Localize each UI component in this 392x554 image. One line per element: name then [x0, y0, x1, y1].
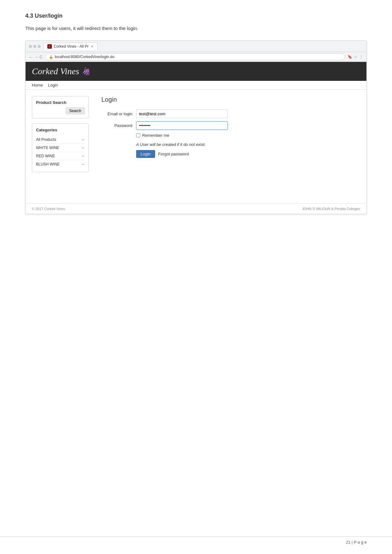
category-white-wine-name: WHITE WINE: [36, 146, 59, 150]
form-actions: Login Forgot password: [136, 150, 228, 158]
nav-home[interactable]: Home: [32, 83, 43, 87]
address-bar[interactable]: 🔒 localhost:8080/CorkedVine/login.do: [45, 53, 345, 60]
browser-tab[interactable]: C Corked Vines - All Pr ✕: [43, 43, 98, 50]
browser-chrome: C Corked Vines - All Pr ✕: [26, 41, 366, 52]
login-section: Login Email or login Password: [95, 96, 360, 197]
category-white-wine-arrow: →: [81, 145, 85, 150]
product-search-label: Product Search: [36, 100, 85, 105]
address-text: localhost:8080/CorkedVine/login.do: [55, 55, 114, 59]
reload-icon[interactable]: C: [39, 55, 42, 59]
category-white-wine[interactable]: WHITE WINE →: [36, 144, 85, 152]
site-sidebar: Product Search Search Categories All Pro…: [32, 96, 89, 197]
site-credits: JOHN S VAUGHN & Peralta Colleges: [302, 207, 360, 211]
lock-icon: 🔒: [49, 55, 53, 59]
site-logo: Corked Vines 🍇: [32, 66, 90, 76]
category-blush-wine-arrow: →: [81, 162, 85, 166]
nav-login[interactable]: Login: [48, 83, 58, 87]
browser-tab-title: Corked Vines - All Pr: [54, 44, 89, 49]
menu-icon[interactable]: ⋮: [359, 55, 363, 59]
category-all-products[interactable]: All Products →: [36, 135, 85, 144]
section-description: This page is for users, it will redirect…: [25, 26, 367, 31]
back-arrow-icon[interactable]: ←: [29, 55, 33, 59]
category-blush-wine-name: BLUSH WINE: [36, 162, 60, 166]
password-input[interactable]: [136, 121, 228, 130]
sidebar-categories: Categories All Products → WHITE WINE → R…: [32, 123, 89, 172]
section-heading: 4.3 User/login: [25, 13, 367, 19]
password-label: Password: [101, 123, 136, 128]
forgot-password-link[interactable]: Forgot password: [158, 152, 189, 156]
browser-dot-3: [38, 45, 41, 48]
remember-checkbox[interactable]: [136, 133, 140, 137]
website-content: Corked Vines 🍇 Home Login Product Search: [26, 62, 366, 214]
favicon-icon: C: [47, 44, 52, 49]
site-copyright: © 2017 Corked Vines: [32, 207, 65, 211]
password-row: Password: [101, 121, 228, 130]
notice-text: A User will be created if it do not exis…: [136, 142, 228, 147]
browser-dots: [29, 45, 41, 48]
forward-arrow-icon[interactable]: →: [34, 55, 38, 59]
page-wrapper: 4.3 User/login This page is for users, i…: [0, 0, 392, 554]
browser-nav-arrows: ← → C: [29, 55, 42, 59]
email-label: Email or login: [101, 111, 136, 116]
site-header: Corked Vines 🍇: [26, 62, 366, 81]
categories-label: Categories: [36, 128, 85, 132]
email-row: Email or login: [101, 110, 228, 118]
browser-tab-close-icon[interactable]: ✕: [91, 45, 93, 49]
email-input[interactable]: [136, 110, 228, 118]
category-red-wine[interactable]: RED WINE →: [36, 152, 85, 160]
logo-text: Corked Vines: [32, 66, 79, 76]
category-all-products-arrow: →: [81, 137, 85, 142]
page-footer: 21 | P a g e: [0, 536, 392, 545]
sidebar-search-row: Search: [36, 107, 85, 114]
star-icon[interactable]: ☆: [354, 55, 358, 59]
browser-dot-2: [33, 45, 36, 48]
remember-label: Remember me: [142, 133, 169, 138]
category-red-wine-arrow: →: [81, 154, 85, 158]
login-title: Login: [101, 96, 354, 103]
category-red-wine-name: RED WINE: [36, 154, 55, 158]
bookmark-icon[interactable]: 🔖: [347, 55, 352, 59]
browser-actions: 🔖 ☆ ⋮: [347, 55, 363, 59]
category-blush-wine[interactable]: BLUSH WINE →: [36, 160, 85, 168]
browser-dot-1: [29, 45, 32, 48]
login-form: Email or login Password Remember me: [101, 110, 228, 158]
browser-addressbar-row: ← → C 🔒 localhost:8080/CorkedVine/login.…: [26, 52, 366, 62]
category-all-products-name: All Products: [36, 137, 56, 142]
browser-mockup: C Corked Vines - All Pr ✕ ← → C 🔒 localh…: [25, 40, 367, 214]
logo-leaf-icon: 🍇: [82, 67, 90, 75]
login-button[interactable]: Login: [136, 150, 155, 158]
site-footer: © 2017 Corked Vines JOHN S VAUGHN & Pera…: [26, 203, 366, 214]
sidebar-product-search: Product Search Search: [32, 96, 89, 118]
site-nav: Home Login: [26, 81, 366, 90]
page-number: 21 | P a g e: [346, 540, 367, 545]
site-main: Product Search Search Categories All Pro…: [26, 90, 366, 203]
remember-row: Remember me: [136, 133, 228, 138]
search-button[interactable]: Search: [66, 107, 85, 114]
